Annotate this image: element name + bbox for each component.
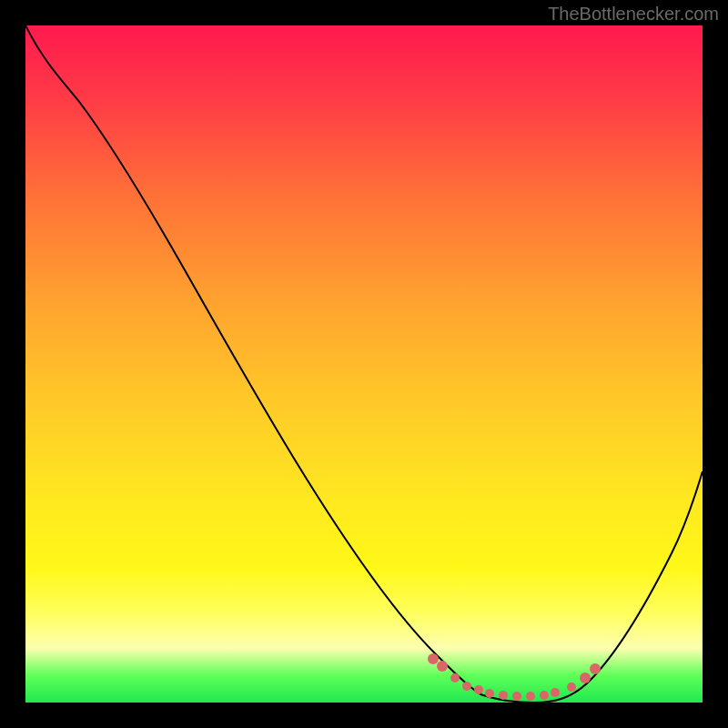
marker-dot (567, 682, 576, 692)
marker-dot (474, 685, 483, 694)
marker-dot (485, 689, 494, 698)
marker-dot (428, 653, 439, 664)
bottleneck-curve (25, 25, 703, 703)
chart-container (25, 25, 703, 703)
marker-dot (526, 692, 535, 701)
marker-dot (499, 691, 508, 700)
marker-dot (450, 673, 460, 682)
marker-dot (590, 663, 601, 674)
marker-dot (580, 672, 591, 683)
marker-dot (512, 692, 521, 701)
watermark-text: TheBottlenecker.com (548, 4, 719, 25)
marker-dot (551, 688, 560, 697)
chart-svg (25, 25, 703, 703)
marker-dot (462, 682, 471, 691)
marker-dot (540, 691, 549, 700)
marker-dot (437, 661, 448, 672)
